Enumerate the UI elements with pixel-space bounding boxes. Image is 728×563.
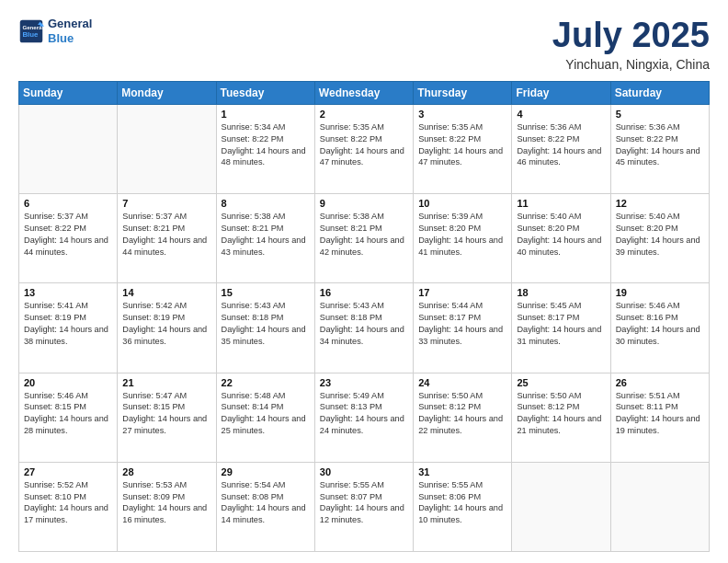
logo-text: General Blue bbox=[48, 17, 92, 45]
day-header-monday: Monday bbox=[118, 81, 216, 104]
calendar-cell: 29Sunrise: 5:54 AM Sunset: 8:08 PM Dayli… bbox=[216, 462, 314, 551]
day-info: Sunrise: 5:51 AM Sunset: 8:11 PM Dayligh… bbox=[616, 390, 704, 438]
day-number: 24 bbox=[418, 377, 506, 388]
month-title: July 2025 bbox=[552, 17, 710, 55]
calendar-cell: 10Sunrise: 5:39 AM Sunset: 8:20 PM Dayli… bbox=[414, 194, 512, 283]
day-number: 19 bbox=[616, 287, 704, 298]
calendar-cell: 4Sunrise: 5:36 AM Sunset: 8:22 PM Daylig… bbox=[512, 104, 610, 193]
day-number: 2 bbox=[320, 109, 408, 120]
day-number: 13 bbox=[24, 287, 112, 298]
day-info: Sunrise: 5:40 AM Sunset: 8:20 PM Dayligh… bbox=[616, 211, 704, 259]
day-info: Sunrise: 5:47 AM Sunset: 8:15 PM Dayligh… bbox=[122, 390, 210, 438]
calendar-cell: 7Sunrise: 5:37 AM Sunset: 8:21 PM Daylig… bbox=[118, 194, 216, 283]
day-header-wednesday: Wednesday bbox=[314, 81, 413, 104]
day-info: Sunrise: 5:53 AM Sunset: 8:09 PM Dayligh… bbox=[122, 479, 210, 527]
day-number: 23 bbox=[320, 377, 408, 388]
day-info: Sunrise: 5:46 AM Sunset: 8:15 PM Dayligh… bbox=[24, 390, 112, 438]
day-header-sunday: Sunday bbox=[19, 81, 118, 104]
day-info: Sunrise: 5:38 AM Sunset: 8:21 PM Dayligh… bbox=[320, 211, 408, 259]
calendar-cell: 21Sunrise: 5:47 AM Sunset: 8:15 PM Dayli… bbox=[118, 373, 216, 462]
calendar-cell: 18Sunrise: 5:45 AM Sunset: 8:17 PM Dayli… bbox=[512, 283, 610, 373]
calendar-cell: 25Sunrise: 5:50 AM Sunset: 8:12 PM Dayli… bbox=[512, 373, 610, 462]
day-number: 6 bbox=[24, 198, 112, 209]
logo: General Blue General Blue bbox=[18, 17, 92, 45]
day-number: 10 bbox=[418, 198, 506, 209]
calendar-cell bbox=[610, 462, 709, 551]
calendar-cell: 16Sunrise: 5:43 AM Sunset: 8:18 PM Dayli… bbox=[314, 283, 413, 373]
day-number: 31 bbox=[418, 466, 506, 477]
day-info: Sunrise: 5:55 AM Sunset: 8:06 PM Dayligh… bbox=[418, 479, 506, 527]
day-number: 26 bbox=[616, 377, 704, 388]
day-info: Sunrise: 5:36 AM Sunset: 8:22 PM Dayligh… bbox=[517, 121, 605, 169]
location-subtitle: Yinchuan, Ningxia, China bbox=[552, 57, 710, 72]
day-info: Sunrise: 5:54 AM Sunset: 8:08 PM Dayligh… bbox=[222, 479, 310, 527]
day-info: Sunrise: 5:38 AM Sunset: 8:21 PM Dayligh… bbox=[222, 211, 310, 259]
day-info: Sunrise: 5:40 AM Sunset: 8:20 PM Dayligh… bbox=[517, 211, 605, 259]
day-info: Sunrise: 5:43 AM Sunset: 8:18 PM Dayligh… bbox=[222, 300, 310, 348]
calendar-cell: 12Sunrise: 5:40 AM Sunset: 8:20 PM Dayli… bbox=[610, 194, 709, 283]
calendar-header-row: SundayMondayTuesdayWednesdayThursdayFrid… bbox=[19, 81, 710, 104]
calendar-cell: 8Sunrise: 5:38 AM Sunset: 8:21 PM Daylig… bbox=[216, 194, 314, 283]
calendar-cell: 19Sunrise: 5:46 AM Sunset: 8:16 PM Dayli… bbox=[610, 283, 709, 373]
day-info: Sunrise: 5:49 AM Sunset: 8:13 PM Dayligh… bbox=[320, 390, 408, 438]
header: General Blue General Blue July 2025 Yinc… bbox=[18, 17, 710, 72]
calendar-cell: 14Sunrise: 5:42 AM Sunset: 8:19 PM Dayli… bbox=[118, 283, 216, 373]
svg-text:Blue: Blue bbox=[22, 30, 39, 39]
calendar-cell bbox=[118, 104, 216, 193]
day-info: Sunrise: 5:37 AM Sunset: 8:21 PM Dayligh… bbox=[122, 211, 210, 259]
day-info: Sunrise: 5:55 AM Sunset: 8:07 PM Dayligh… bbox=[320, 479, 408, 527]
day-info: Sunrise: 5:36 AM Sunset: 8:22 PM Dayligh… bbox=[616, 121, 704, 169]
day-info: Sunrise: 5:50 AM Sunset: 8:12 PM Dayligh… bbox=[517, 390, 605, 438]
day-number: 17 bbox=[418, 287, 506, 298]
calendar-cell: 2Sunrise: 5:35 AM Sunset: 8:22 PM Daylig… bbox=[314, 104, 413, 193]
day-header-saturday: Saturday bbox=[610, 81, 709, 104]
calendar-cell: 27Sunrise: 5:52 AM Sunset: 8:10 PM Dayli… bbox=[19, 462, 118, 551]
day-number: 25 bbox=[517, 377, 605, 388]
day-info: Sunrise: 5:41 AM Sunset: 8:19 PM Dayligh… bbox=[24, 300, 112, 348]
day-number: 15 bbox=[222, 287, 310, 298]
day-number: 3 bbox=[418, 109, 506, 120]
day-info: Sunrise: 5:43 AM Sunset: 8:18 PM Dayligh… bbox=[320, 300, 408, 348]
calendar-cell: 15Sunrise: 5:43 AM Sunset: 8:18 PM Dayli… bbox=[216, 283, 314, 373]
title-block: July 2025 Yinchuan, Ningxia, China bbox=[552, 17, 710, 72]
calendar-week-1: 1Sunrise: 5:34 AM Sunset: 8:22 PM Daylig… bbox=[19, 104, 710, 193]
calendar-table: SundayMondayTuesdayWednesdayThursdayFrid… bbox=[18, 81, 710, 552]
day-info: Sunrise: 5:35 AM Sunset: 8:22 PM Dayligh… bbox=[418, 121, 506, 169]
logo-icon: General Blue bbox=[18, 18, 44, 44]
day-number: 5 bbox=[616, 109, 704, 120]
day-info: Sunrise: 5:42 AM Sunset: 8:19 PM Dayligh… bbox=[122, 300, 210, 348]
calendar-week-3: 13Sunrise: 5:41 AM Sunset: 8:19 PM Dayli… bbox=[19, 283, 710, 373]
day-info: Sunrise: 5:46 AM Sunset: 8:16 PM Dayligh… bbox=[616, 300, 704, 348]
calendar-cell: 1Sunrise: 5:34 AM Sunset: 8:22 PM Daylig… bbox=[216, 104, 314, 193]
calendar-cell: 26Sunrise: 5:51 AM Sunset: 8:11 PM Dayli… bbox=[610, 373, 709, 462]
day-header-friday: Friday bbox=[512, 81, 610, 104]
day-number: 27 bbox=[24, 466, 112, 477]
day-number: 7 bbox=[122, 198, 210, 209]
day-info: Sunrise: 5:35 AM Sunset: 8:22 PM Dayligh… bbox=[320, 121, 408, 169]
day-number: 21 bbox=[122, 377, 210, 388]
calendar-cell: 28Sunrise: 5:53 AM Sunset: 8:09 PM Dayli… bbox=[118, 462, 216, 551]
day-number: 14 bbox=[122, 287, 210, 298]
day-info: Sunrise: 5:37 AM Sunset: 8:22 PM Dayligh… bbox=[24, 211, 112, 259]
day-info: Sunrise: 5:48 AM Sunset: 8:14 PM Dayligh… bbox=[222, 390, 310, 438]
day-info: Sunrise: 5:50 AM Sunset: 8:12 PM Dayligh… bbox=[418, 390, 506, 438]
day-number: 16 bbox=[320, 287, 408, 298]
day-number: 9 bbox=[320, 198, 408, 209]
calendar-cell: 23Sunrise: 5:49 AM Sunset: 8:13 PM Dayli… bbox=[314, 373, 413, 462]
calendar-week-5: 27Sunrise: 5:52 AM Sunset: 8:10 PM Dayli… bbox=[19, 462, 710, 551]
calendar-cell: 31Sunrise: 5:55 AM Sunset: 8:06 PM Dayli… bbox=[414, 462, 512, 551]
day-number: 20 bbox=[24, 377, 112, 388]
day-number: 4 bbox=[517, 109, 605, 120]
day-header-thursday: Thursday bbox=[414, 81, 512, 104]
day-number: 22 bbox=[222, 377, 310, 388]
day-number: 28 bbox=[122, 466, 210, 477]
calendar-cell: 9Sunrise: 5:38 AM Sunset: 8:21 PM Daylig… bbox=[314, 194, 413, 283]
day-number: 11 bbox=[517, 198, 605, 209]
calendar-cell bbox=[19, 104, 118, 193]
calendar-cell bbox=[512, 462, 610, 551]
day-info: Sunrise: 5:44 AM Sunset: 8:17 PM Dayligh… bbox=[418, 300, 506, 348]
day-info: Sunrise: 5:52 AM Sunset: 8:10 PM Dayligh… bbox=[24, 479, 112, 527]
calendar-cell: 11Sunrise: 5:40 AM Sunset: 8:20 PM Dayli… bbox=[512, 194, 610, 283]
day-info: Sunrise: 5:45 AM Sunset: 8:17 PM Dayligh… bbox=[517, 300, 605, 348]
calendar-week-4: 20Sunrise: 5:46 AM Sunset: 8:15 PM Dayli… bbox=[19, 373, 710, 462]
